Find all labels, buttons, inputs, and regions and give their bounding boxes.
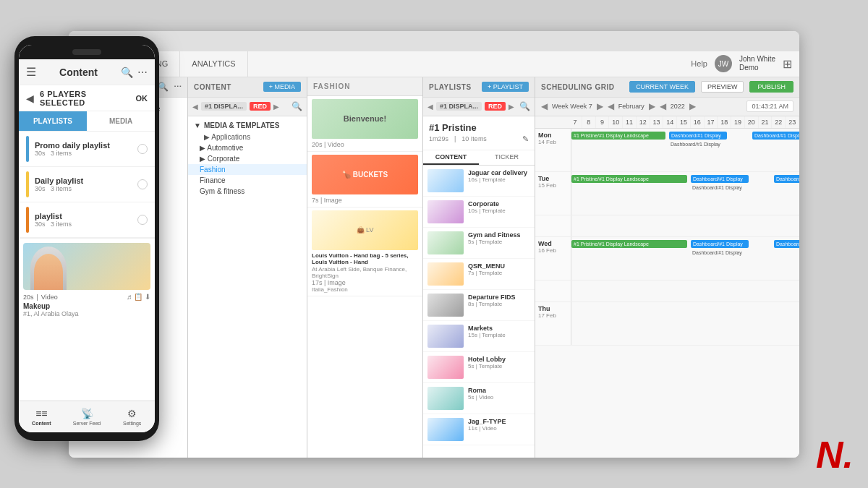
phone-media-tab[interactable]: MEDIA	[87, 111, 155, 131]
analytics-nav-item[interactable]: ANALYTICS	[180, 51, 247, 77]
plist-item-corporate[interactable]: Corporate 10s | Template	[423, 197, 535, 228]
phone-ok-button[interactable]: OK	[136, 94, 148, 103]
phone-more-icon[interactable]: ⋯	[137, 67, 148, 78]
automotive-item[interactable]: ▶ Automotive	[188, 142, 307, 153]
playlist-tabs: CONTENT TICKER	[423, 150, 535, 166]
content-nav-badge: #1 DISPLA...	[201, 102, 247, 111]
sched-left-arrow[interactable]: ◀	[541, 101, 548, 111]
fashion-item[interactable]: Fashion	[188, 164, 307, 175]
phone-search-icon[interactable]: 🔍	[121, 67, 133, 78]
nav-right: Help JW John White Demo ⊞	[691, 55, 799, 72]
year-right-arrow[interactable]: ▶	[689, 101, 696, 111]
sched-row-tue: Tue 15 Feb #1 Pristine/#1 Display Landsc…	[535, 172, 799, 215]
phone-header: ☰ Content 🔍 ⋯	[19, 59, 155, 85]
content-nav-left-arrow[interactable]: ◀	[192, 103, 198, 111]
phone-header-title: Content	[36, 67, 121, 78]
day-label-tue: Tue 15 Feb	[535, 172, 571, 215]
event-tue-4: Dashboard/#1 Display	[774, 175, 799, 183]
chevron-right-icon-corp: ▶	[200, 155, 208, 163]
main-app-window: ⌂ MONITORING ANALYTICS Help JW John Whit…	[69, 31, 799, 458]
add-media-button[interactable]: + MEDIA	[263, 82, 301, 92]
plist-info-qsr: QSR_MENU 7s | Template	[468, 262, 530, 276]
help-text: Help	[691, 59, 707, 68]
corporate-item[interactable]: ▶ Corporate	[188, 153, 307, 164]
add-playlist-button[interactable]: + PLAYLIST	[482, 82, 529, 92]
fashion-item-img-2: 🍗 BUCKETS	[312, 155, 418, 194]
grid-icon[interactable]: ⊞	[783, 57, 792, 71]
players-more-icon[interactable]: ⋯	[174, 82, 182, 92]
plist-item-hotel[interactable]: Hotel Lobby 5s | Template	[423, 352, 535, 383]
phone-pl-radio-plain[interactable]	[137, 215, 148, 225]
gym-fitness-item[interactable]: Gym & fitness	[188, 186, 307, 197]
fashion-item-info-2: 7s | Image	[312, 197, 418, 204]
phone-nav-content[interactable]: ≡≡ Content	[19, 408, 64, 426]
sched-row-wed: Wed 16 Feb #1 Pristine/#1 Display Landsc…	[535, 237, 799, 281]
playlist-badge: #1 DISPLA...	[436, 102, 482, 111]
players-search-icon[interactable]: 🔍	[158, 82, 169, 92]
date-11: 11	[623, 116, 637, 128]
finance-item[interactable]: Finance	[188, 175, 307, 186]
current-week-button[interactable]: CURRENT WEEK	[629, 81, 695, 93]
media-templates-section: ▼ MEDIA & TEMPLATES	[188, 119, 307, 132]
phone-selection-bar: ◀ 6 PLAYERS SELECTED OK	[19, 85, 155, 111]
publish-button[interactable]: PUBLISH	[749, 81, 793, 93]
content-search-icon[interactable]: 🔍	[292, 101, 302, 111]
date-21: 21	[759, 116, 773, 128]
playlist-edit-icon[interactable]: ✎	[522, 134, 529, 144]
playlist-title: #1 Pristine	[429, 122, 529, 133]
content-header-actions: + MEDIA	[263, 82, 301, 92]
phone-overlay: ☰ Content 🔍 ⋯ ◀ 6 PLAYERS SELECTED OK PL…	[14, 36, 159, 441]
phone-playlists-tab[interactable]: PLAYLISTS	[19, 111, 87, 131]
phone-playlist-item-plain[interactable]: playlist 30s 3 items	[19, 202, 155, 238]
month-right-arrow[interactable]: ▶	[649, 101, 655, 111]
phone-playlist-item-promo[interactable]: Promo daily playlist 30s 3 items	[19, 132, 155, 167]
phone-pl-info-plain: playlist 30s 3 items	[35, 212, 132, 228]
plist-item-departure[interactable]: Departure FIDS 8s | Template	[423, 290, 535, 321]
fashion-item-label-3: Italia_Fashion	[312, 286, 418, 293]
content-tab[interactable]: CONTENT	[423, 150, 479, 165]
plist-thumb-qsr	[427, 262, 464, 286]
date-12: 12	[637, 116, 650, 128]
playlist-nav-right[interactable]: ▶	[509, 103, 514, 111]
month-left-arrow[interactable]: ◀	[608, 101, 614, 111]
phone-menu-icon[interactable]: ☰	[26, 65, 36, 79]
phone-playlist-item-daily[interactable]: Daily playlist 30s 3 items	[19, 167, 155, 202]
phone-back-button[interactable]: ◀	[26, 93, 34, 104]
phone-selection-text: 6 PLAYERS SELECTED	[40, 90, 130, 107]
sched-row-thu: Thu 17 Feb	[535, 302, 799, 346]
plist-item-markets[interactable]: Markets 15s | Template	[423, 321, 535, 352]
fashion-panel: FASHION Bienvenue! 20s | Video	[307, 77, 423, 458]
plist-item-jaguar[interactable]: Jaguar car delivery 16s | Template	[423, 166, 535, 197]
phone-media-subtitle: #1, Al Arabia Olaya	[23, 310, 150, 317]
phone-nav-feed[interactable]: 📡 Server Feed	[64, 408, 110, 426]
plist-thumb-departure	[427, 294, 464, 317]
preview-button[interactable]: PREVIEW	[701, 81, 744, 93]
plist-item-roma[interactable]: Roma 5s | Video	[423, 383, 535, 414]
plist-item-gym[interactable]: Gym and Fitness 5s | Template	[423, 228, 535, 259]
day-label-mon: Mon 14 Feb	[535, 129, 571, 171]
phone-pl-radio-daily[interactable]	[137, 179, 148, 189]
fashion-item-1[interactable]: Bienvenue! 20s | Video	[307, 96, 422, 152]
plist-item-qsr[interactable]: QSR_MENU 7s | Template	[423, 259, 535, 290]
playlist-search-icon[interactable]: 🔍	[519, 101, 530, 111]
plist-info-hotel: Hotel Lobby 5s | Template	[468, 356, 530, 369]
date-23: 23	[786, 116, 799, 128]
content-nav-right-arrow[interactable]: ▶	[273, 103, 279, 111]
phone-bottom-nav: ≡≡ Content 📡 Server Feed ⚙ Settings	[19, 401, 155, 432]
server-feed-icon: 📡	[81, 408, 93, 419]
date-22: 22	[772, 116, 786, 128]
year-left-arrow[interactable]: ◀	[660, 101, 666, 111]
ticker-tab[interactable]: TICKER	[479, 150, 535, 165]
plist-item-jagf[interactable]: Jag_F-TYPE 11s | Video	[423, 414, 535, 445]
phone-nav-settings[interactable]: ⚙ Settings	[109, 408, 155, 426]
sched-right-arrow[interactable]: ▶	[597, 101, 603, 111]
fashion-item-2[interactable]: 🍗 BUCKETS 7s | Image	[307, 152, 422, 207]
fashion-item-3[interactable]: 👜 LV Louis Vuitton - Hand bag - 5 series…	[307, 207, 422, 296]
media-tree: ▼ MEDIA & TEMPLATES ▶ Applications ▶ Aut…	[188, 116, 307, 458]
plist-thumb-roma	[427, 387, 464, 410]
phone-pl-radio-promo[interactable]	[137, 144, 148, 154]
phone-notch	[72, 49, 101, 55]
playlist-nav-left[interactable]: ◀	[427, 103, 433, 111]
date-10: 10	[609, 116, 623, 128]
event-tue-3: Dashboard/#1 Display	[691, 185, 749, 190]
